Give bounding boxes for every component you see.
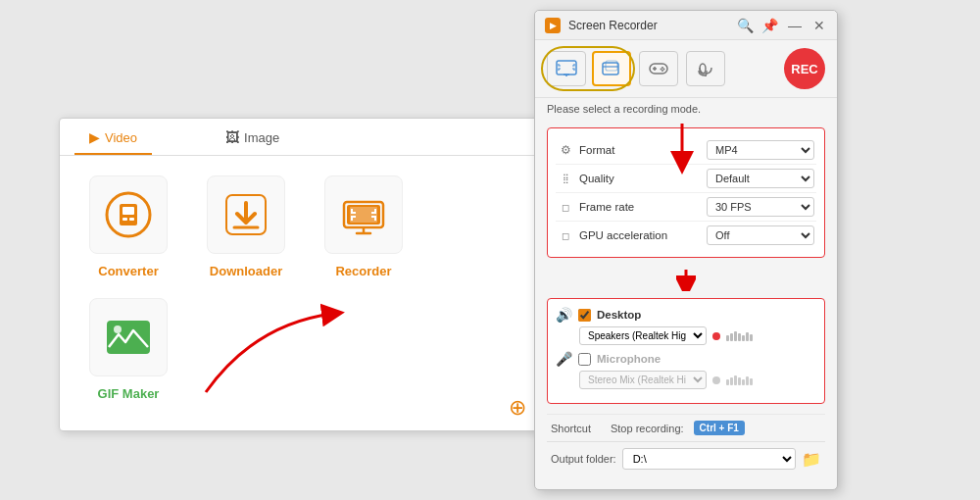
recorder-titlebar: ▶ Screen Recorder 🔍 📌 — ✕ [535, 11, 837, 40]
svg-rect-3 [122, 218, 127, 221]
output-folder-select[interactable]: D:\ C:\ [622, 448, 796, 470]
recorder-icon [339, 190, 388, 239]
tool-recorder[interactable]: Recorder [315, 175, 413, 278]
quality-icon: ⣿ [558, 174, 573, 183]
svg-rect-16 [557, 61, 576, 75]
svg-rect-2 [122, 207, 134, 215]
pin-icon[interactable]: 📌 [761, 18, 778, 33]
downloader-icon-box [207, 175, 285, 254]
converter-label: Converter [98, 264, 158, 278]
tools-grid: Converter Downloader [60, 156, 538, 421]
window-mode-button[interactable] [592, 51, 631, 86]
main-app-window: ▶ Video 🖼 Image Converter [59, 118, 539, 431]
microphone-level-bars [726, 375, 753, 385]
recording-mode-hint: Please select a recording mode. [535, 98, 837, 123]
gpu-icon: ◻ [558, 230, 573, 241]
desktop-audio-label: Desktop [597, 309, 641, 321]
desktop-device-row: Speakers (Realtek High De... [556, 326, 816, 345]
tab-video[interactable]: ▶ Video [74, 122, 152, 155]
gif-icon [104, 313, 153, 362]
settings-panel: ⚙ Format MP4 AVI MOV ⣿ Quality Default H… [547, 127, 825, 258]
converter-icon-box [89, 175, 168, 254]
recorder-body: ⚙ Format MP4 AVI MOV ⣿ Quality Default H… [535, 123, 837, 489]
svg-rect-10 [350, 207, 377, 223]
microphone-icon: 🎤 [556, 351, 572, 367]
desktop-audio-section: 🔊 Desktop Speakers (Realtek High De... [556, 307, 816, 345]
search-icon[interactable]: 🔍 [737, 18, 754, 33]
browse-folder-button[interactable]: 📁 [802, 450, 821, 469]
framerate-select[interactable]: 30 FPS 60 FPS 15 FPS [707, 197, 814, 217]
microphone-device-select[interactable]: Stereo Mix (Realtek High D... [579, 371, 707, 389]
framerate-row: ◻ Frame rate 30 FPS 60 FPS 15 FPS [556, 193, 816, 222]
shortcut-row: Shortcut Stop recording: Ctrl + F1 [547, 414, 825, 441]
main-tabs: ▶ Video 🖼 Image [60, 119, 538, 156]
quality-label: Quality [579, 173, 701, 184]
format-select[interactable]: MP4 AVI MOV [707, 140, 814, 160]
speaker-icon: 🔊 [556, 307, 572, 323]
screen-mode-icon [556, 60, 577, 77]
gif-maker-label: GIF Maker [98, 386, 160, 401]
microphone-label: Microphone [597, 353, 661, 365]
stop-recording-label: Stop recording: [611, 423, 684, 434]
microphone-section: 🎤 Microphone Stereo Mix (Realtek High D.… [556, 351, 816, 389]
recorder-icon-box [324, 175, 403, 254]
tool-converter[interactable]: Converter [79, 175, 177, 278]
converter-icon [104, 190, 153, 239]
desktop-audio-checkbox[interactable] [578, 309, 591, 322]
quality-select[interactable]: Default High Low [707, 169, 814, 188]
gif-icon-box [89, 298, 168, 376]
game-mode-button[interactable] [639, 51, 678, 86]
image-tab-icon: 🖼 [225, 129, 239, 145]
desktop-device-select[interactable]: Speakers (Realtek High De... [579, 326, 707, 345]
svg-point-27 [661, 69, 662, 71]
svg-point-14 [114, 325, 122, 333]
desktop-level-bars [726, 331, 753, 341]
microphone-device-row: Stereo Mix (Realtek High D... [556, 371, 816, 389]
recorder-title: Screen Recorder [568, 19, 729, 32]
tool-downloader[interactable]: Downloader [197, 175, 295, 278]
framerate-label: Frame rate [579, 201, 701, 213]
microphone-header: 🎤 Microphone [556, 351, 816, 367]
svg-rect-4 [129, 218, 134, 221]
format-row: ⚙ Format MP4 AVI MOV [556, 136, 816, 165]
microphone-level-dot [712, 376, 720, 384]
downloader-icon [221, 190, 270, 239]
gpu-select[interactable]: Off On [707, 225, 814, 245]
rec-button[interactable]: REC [784, 48, 825, 89]
downloader-label: Downloader [210, 264, 282, 278]
format-icon: ⚙ [558, 143, 573, 157]
recorder-toolbar: REC [535, 40, 837, 98]
format-label: Format [579, 144, 701, 156]
recorder-label: Recorder [335, 264, 391, 278]
audio-mode-button[interactable] [686, 51, 725, 86]
audio-panel: 🔊 Desktop Speakers (Realtek High De... [547, 298, 825, 404]
game-mode-icon [648, 60, 669, 77]
tab-image[interactable]: 🖼 Image [211, 122, 294, 155]
close-button[interactable]: ✕ [811, 18, 827, 33]
output-folder-label: Output folder: [551, 453, 616, 465]
microphone-checkbox[interactable] [578, 353, 591, 366]
desktop-audio-header: 🔊 Desktop [556, 307, 816, 323]
gpu-row: ◻ GPU acceleration Off On [556, 222, 816, 249]
logo-badge: ⊕ [509, 395, 526, 421]
titlebar-controls: 🔍 📌 — ✕ [737, 18, 827, 33]
output-row: Output folder: D:\ C:\ 📁 [547, 441, 825, 475]
svg-point-26 [662, 70, 663, 72]
svg-point-28 [663, 69, 665, 71]
window-mode-icon [601, 60, 622, 77]
shortcut-label: Shortcut [551, 423, 591, 434]
recorder-app-icon: ▶ [545, 18, 561, 33]
screen-mode-button[interactable] [547, 51, 586, 86]
video-tab-label: Video [105, 130, 137, 145]
framerate-icon: ◻ [558, 202, 573, 213]
tool-gif-maker[interactable]: GIF Maker [79, 298, 177, 401]
minimize-button[interactable]: — [786, 18, 804, 33]
quality-row: ⣿ Quality Default High Low [556, 165, 816, 193]
video-tab-icon: ▶ [89, 129, 100, 145]
gpu-label: GPU acceleration [579, 229, 701, 241]
image-tab-label: Image [244, 130, 279, 145]
audio-mode-icon [695, 60, 716, 77]
recorder-window: ▶ Screen Recorder 🔍 📌 — ✕ [534, 10, 838, 490]
shortcut-keys: Ctrl + F1 [694, 421, 745, 435]
arrow-to-audio [547, 268, 825, 294]
